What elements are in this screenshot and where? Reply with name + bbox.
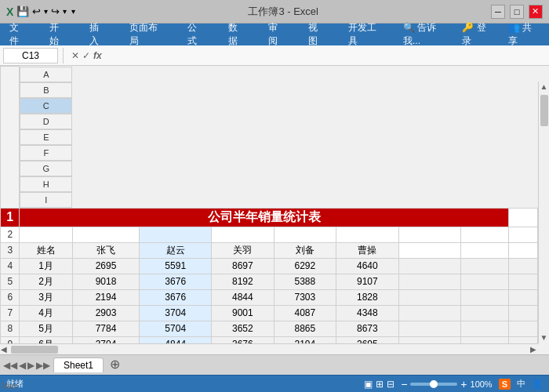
sheet-prev-arrow[interactable]: ◀ — [19, 360, 26, 371]
cell-b3[interactable]: 张飞 — [72, 242, 140, 258]
ribbon-tab-insert[interactable]: 插入 — [86, 20, 111, 49]
vertical-scrollbar[interactable]: ▲ ▼ — [538, 82, 549, 343]
cell-i5[interactable] — [509, 274, 538, 289]
save-icon[interactable]: 💾 — [16, 5, 29, 17]
close-button[interactable]: ✕ — [529, 5, 543, 19]
cell-b7[interactable]: 2903 — [72, 305, 140, 321]
cell-f8[interactable]: 8673 — [336, 321, 399, 336]
cell-d6[interactable]: 4844 — [212, 289, 274, 305]
cell-c2[interactable] — [140, 227, 212, 242]
col-header-a[interactable]: A — [20, 67, 72, 82]
cell-a3[interactable]: 姓名 — [20, 242, 72, 258]
cell-h4[interactable] — [461, 258, 509, 274]
search-hint[interactable]: 🔍 告诉我... — [403, 21, 451, 48]
cell-c8[interactable]: 5704 — [140, 321, 212, 336]
cell-f6[interactable]: 1828 — [336, 289, 399, 305]
cell-e6[interactable]: 7303 — [274, 289, 336, 305]
cell-i2[interactable] — [509, 227, 538, 242]
cell-h7[interactable] — [461, 305, 509, 321]
page-break-view-button[interactable]: ⊟ — [387, 379, 394, 390]
cell-e9[interactable]: 2194 — [274, 336, 336, 343]
cell-d2[interactable] — [212, 227, 274, 242]
insert-function-icon[interactable]: fx — [93, 50, 102, 61]
login-button[interactable]: 🔑 登录 — [459, 20, 496, 49]
cell-a2[interactable] — [20, 227, 72, 242]
cell-e5[interactable]: 5388 — [274, 274, 336, 289]
cell-c4[interactable]: 5591 — [140, 258, 212, 274]
col-header-h[interactable]: H — [20, 176, 72, 192]
cell-a5[interactable]: 2月 — [20, 274, 72, 289]
cell-e3[interactable]: 刘备 — [274, 242, 336, 258]
title-cell[interactable]: 公司半年销量统计表 — [20, 208, 509, 227]
cell-g4[interactable] — [398, 258, 461, 274]
scroll-down-arrow[interactable]: ▼ — [540, 333, 548, 342]
scroll-left-arrow[interactable]: ◀ — [0, 345, 8, 354]
cell-g3[interactable] — [398, 242, 461, 258]
cell-d5[interactable]: 8192 — [212, 274, 274, 289]
add-sheet-button[interactable]: ⊕ — [104, 355, 126, 373]
col-header-e[interactable]: E — [20, 129, 72, 145]
cell-i6[interactable] — [509, 289, 538, 305]
page-layout-view-button[interactable]: ⊞ — [376, 379, 384, 390]
sheet-first-arrow[interactable]: ◀◀ — [3, 360, 17, 371]
cell-b9[interactable]: 3704 — [72, 336, 140, 343]
name-box[interactable] — [3, 48, 58, 64]
undo-icon[interactable]: ↩ — [32, 5, 41, 17]
cell-h8[interactable] — [461, 321, 509, 336]
cell-a4[interactable]: 1月 — [20, 258, 72, 274]
cell-h3[interactable] — [461, 242, 509, 258]
zoom-slider[interactable] — [410, 383, 457, 386]
horizontal-scrollbar[interactable]: ◀ ▶ — [0, 343, 538, 354]
cell-c6[interactable]: 3676 — [140, 289, 212, 305]
sheet-last-arrow[interactable]: ▶▶ — [36, 360, 50, 371]
cell-a8[interactable]: 5月 — [20, 321, 72, 336]
cell-f9[interactable]: 2695 — [336, 336, 399, 343]
cancel-formula-icon[interactable]: ✕ — [71, 50, 79, 61]
cell-a7[interactable]: 4月 — [20, 305, 72, 321]
sheet-tab-sheet1[interactable]: Sheet1 — [53, 358, 104, 372]
customize-icon[interactable]: ▾ — [71, 7, 75, 16]
cell-h6[interactable] — [461, 289, 509, 305]
cell-i7[interactable] — [509, 305, 538, 321]
cell-f3[interactable]: 曹操 — [336, 242, 399, 258]
restore-button[interactable]: □ — [510, 5, 524, 19]
ribbon-tab-home[interactable]: 开始 — [46, 20, 71, 49]
ribbon-tab-view[interactable]: 视图 — [305, 20, 329, 49]
cell-e4[interactable]: 6292 — [274, 258, 336, 274]
scroll-h-thumb[interactable] — [11, 346, 58, 354]
cell-f2[interactable] — [336, 227, 399, 242]
cell-c7[interactable]: 3704 — [140, 305, 212, 321]
redo-dropdown-icon[interactable]: ▾ — [63, 7, 67, 16]
ribbon-tab-file[interactable]: 文件 — [6, 20, 31, 49]
ribbon-tab-data[interactable]: 数据 — [225, 20, 249, 49]
cell-g7[interactable] — [398, 305, 461, 321]
col-header-d[interactable]: D — [20, 114, 72, 129]
col-header-c[interactable]: C — [20, 98, 72, 114]
cell-f7[interactable]: 4348 — [336, 305, 399, 321]
cell-c9[interactable]: 4844 — [140, 336, 212, 343]
col-header-f[interactable]: F — [20, 145, 72, 161]
zoom-slider-thumb[interactable] — [430, 380, 438, 388]
scroll-right-arrow[interactable]: ▶ — [530, 345, 536, 354]
cell-g5[interactable] — [398, 274, 461, 289]
zoom-in-button[interactable]: + — [460, 378, 467, 390]
scroll-thumb[interactable] — [540, 95, 548, 126]
zoom-out-button[interactable]: − — [401, 378, 407, 390]
cell-f5[interactable]: 9107 — [336, 274, 399, 289]
cell-e7[interactable]: 4087 — [274, 305, 336, 321]
col-header-g[interactable]: G — [20, 161, 72, 176]
formula-input[interactable] — [108, 48, 546, 64]
minimize-button[interactable]: ─ — [491, 5, 505, 19]
cell-e2[interactable] — [274, 227, 336, 242]
cell-e8[interactable]: 8865 — [274, 321, 336, 336]
cell-i8[interactable] — [509, 321, 538, 336]
cell-b5[interactable]: 9018 — [72, 274, 140, 289]
scroll-up-arrow[interactable]: ▲ — [540, 82, 549, 92]
cell-i3[interactable] — [509, 242, 538, 258]
sheet-next-arrow[interactable]: ▶ — [27, 360, 35, 371]
ribbon-tab-review[interactable]: 审阅 — [265, 20, 289, 49]
cell-d3[interactable]: 关羽 — [212, 242, 274, 258]
col-header-b[interactable]: B — [20, 82, 72, 98]
redo-icon[interactable]: ↪ — [51, 5, 60, 17]
normal-view-button[interactable]: ▣ — [364, 379, 373, 390]
